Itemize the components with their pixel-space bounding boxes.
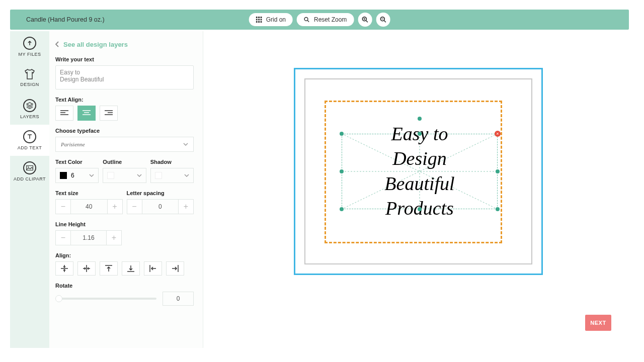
align-right-icon: [105, 110, 113, 116]
reset-zoom-button[interactable]: Reset Zoom: [297, 13, 354, 26]
grid-icon: [256, 17, 262, 23]
svg-point-19: [28, 166, 29, 167]
rail-label: DESIGN: [20, 82, 39, 87]
align-horizontal-center-button[interactable]: [77, 261, 96, 276]
grid-toggle-button[interactable]: Grid on: [249, 13, 293, 26]
resize-handle-w[interactable]: [340, 169, 344, 173]
slider-thumb[interactable]: [55, 295, 62, 302]
svg-rect-2: [261, 17, 262, 18]
align-vertical-center-button[interactable]: [55, 261, 73, 276]
color-swatch: [107, 172, 114, 179]
letter-spacing-stepper: − 0 +: [127, 199, 194, 214]
align-top-icon: [105, 265, 112, 272]
resize-handle-s[interactable]: [418, 207, 422, 211]
svg-rect-7: [258, 21, 260, 23]
svg-rect-5: [261, 19, 262, 21]
increment-button[interactable]: +: [178, 200, 193, 214]
svg-rect-0: [256, 17, 258, 18]
rail-design[interactable]: DESIGN: [10, 62, 49, 94]
back-to-layers-link[interactable]: See all design layers: [55, 41, 128, 48]
text-color-select[interactable]: 6: [55, 168, 99, 183]
decrement-button[interactable]: −: [56, 231, 71, 245]
resize-handle-se[interactable]: [496, 207, 500, 211]
align-left-button[interactable]: [55, 106, 73, 121]
typeface-select[interactable]: Parisienne: [55, 137, 194, 152]
zoom-in-button[interactable]: [358, 13, 372, 27]
text-input[interactable]: [55, 65, 194, 89]
align-bottom-icon: [127, 265, 134, 272]
rail-label: LAYERS: [20, 114, 39, 119]
rotate-value: 0: [163, 292, 194, 306]
resize-handle-n[interactable]: [418, 132, 422, 136]
align-left-icon: [60, 110, 68, 116]
delete-handle[interactable]: ×: [495, 131, 501, 137]
letter-spacing-label: Letter spacing: [127, 190, 194, 196]
color-swatch: [155, 172, 162, 179]
svg-line-12: [366, 21, 368, 23]
shadow-label: Shadow: [150, 159, 194, 165]
text-size-label: Text size: [55, 190, 123, 196]
back-label: See all design layers: [63, 41, 128, 48]
zoom-in-icon: [361, 16, 368, 23]
typeface-value: Parisienne: [61, 141, 85, 147]
text-size-stepper: − 40 +: [55, 199, 123, 214]
line-height-value: 1.16: [71, 231, 106, 245]
rail-add-clipart[interactable]: ADD CLIPART: [10, 156, 49, 187]
rail-label: ADD TEXT: [18, 145, 42, 150]
align-right-button[interactable]: [100, 106, 118, 121]
align-left-edge-button[interactable]: [144, 261, 162, 276]
align-right-edge-button[interactable]: [166, 261, 184, 276]
rail-layers[interactable]: LAYERS: [10, 94, 49, 125]
design-text-layer[interactable]: Easy to Design Beautiful Products: [381, 122, 459, 221]
svg-point-9: [305, 18, 308, 21]
chevron-left-icon: [55, 41, 59, 47]
resize-handle-nw[interactable]: [340, 132, 344, 136]
zoom-out-button[interactable]: [376, 13, 390, 27]
align-center-button[interactable]: [77, 106, 96, 121]
align-right-edge-icon: [172, 265, 179, 272]
product-title: Candle (Hand Poured 9 oz.): [26, 16, 105, 23]
next-button[interactable]: NEXT: [585, 315, 611, 331]
text-color-label: Text Color: [55, 159, 99, 165]
outline-label: Outline: [103, 159, 146, 165]
svg-rect-6: [256, 21, 258, 23]
left-rail: MY FILES DESIGN LAYERS ADD TEXT ADD CLIP…: [10, 31, 49, 348]
svg-rect-8: [261, 21, 262, 23]
svg-rect-3: [256, 19, 258, 21]
rotate-slider[interactable]: [55, 298, 156, 300]
upload-icon: [23, 37, 36, 50]
shadow-select[interactable]: [150, 168, 194, 183]
rotate-handle[interactable]: [418, 117, 422, 121]
write-text-label: Write your text: [55, 56, 194, 62]
decrement-button[interactable]: −: [127, 200, 142, 214]
align-bottom-button[interactable]: [122, 261, 140, 276]
rail-label: MY FILES: [19, 52, 41, 57]
topbar: Candle (Hand Poured 9 oz.) Grid on Reset…: [10, 10, 629, 30]
canvas-viewport[interactable]: Easy to Design Beautiful Products ×: [294, 68, 543, 275]
text-icon: [23, 130, 36, 143]
svg-rect-4: [258, 19, 260, 21]
align-top-button[interactable]: [100, 261, 118, 276]
chevron-down-icon: [89, 173, 94, 178]
svg-rect-1: [258, 17, 260, 18]
reset-zoom-label: Reset Zoom: [314, 16, 347, 23]
rail-add-text[interactable]: ADD TEXT: [10, 125, 49, 156]
resize-handle-sw[interactable]: [340, 207, 344, 211]
align-left-edge-icon: [149, 265, 156, 272]
align-horizontal-center-icon: [83, 265, 90, 272]
align-label: Align:: [55, 252, 194, 258]
rail-my-files[interactable]: MY FILES: [10, 31, 49, 62]
line-height-stepper: − 1.16 +: [55, 230, 122, 245]
resize-handle-e[interactable]: [496, 169, 500, 173]
chevron-down-icon: [184, 173, 189, 178]
increment-button[interactable]: +: [106, 231, 121, 245]
increment-button[interactable]: +: [107, 200, 122, 214]
text-align-label: Text Align:: [55, 97, 194, 103]
align-vertical-center-icon: [61, 265, 68, 272]
selection-box[interactable]: Easy to Design Beautiful Products ×: [342, 134, 498, 209]
outline-select[interactable]: [103, 168, 146, 183]
typeface-label: Choose typeface: [55, 128, 194, 134]
color-value: 6: [71, 172, 74, 179]
zoom-out-icon: [379, 16, 386, 23]
decrement-button[interactable]: −: [56, 200, 71, 214]
